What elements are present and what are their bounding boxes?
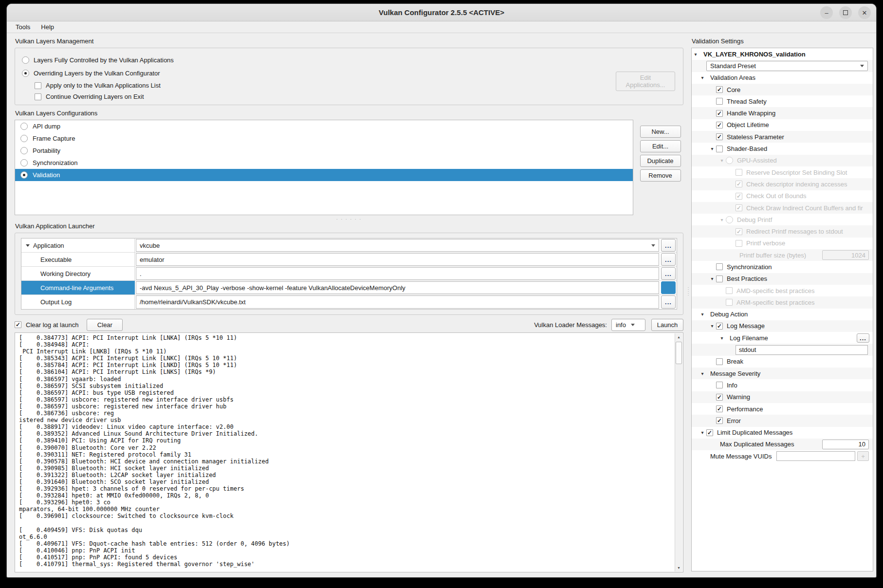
config-item[interactable]: Frame Capture (15, 132, 633, 145)
launcher-row[interactable]: Command-line Arguments-avd Nexus_5_API_3… (21, 281, 677, 295)
launcher-row-label-cell[interactable]: Executable (21, 253, 135, 266)
radio-override[interactable] (22, 70, 29, 77)
layers-config-list[interactable]: API dumpFrame CapturePortabilitySynchron… (15, 120, 633, 215)
apply-list-checkbox[interactable] (35, 82, 41, 89)
checkbox[interactable] (716, 110, 723, 117)
remove-button[interactable]: Remove (640, 169, 681, 182)
checkbox[interactable] (716, 263, 723, 270)
log-output-area[interactable]: [ 0.384773] ACPI: PCI Interrupt Link [LN… (15, 332, 683, 572)
horizontal-splitter-handle[interactable]: · · · · · · (15, 215, 683, 222)
launcher-row-label-cell[interactable]: Command-line Arguments (21, 281, 135, 294)
config-item-radio[interactable] (20, 159, 28, 166)
browse-button[interactable]: ... (661, 253, 676, 266)
expand-arrow-icon[interactable]: ▾ (708, 146, 716, 151)
launcher-field[interactable]: /home/rleinardi/VulkanSDK/vkcube.txt (136, 295, 659, 309)
menu-help[interactable]: Help (36, 22, 59, 32)
clear-button[interactable]: Clear (87, 319, 123, 331)
scroll-down-icon[interactable]: ▼ (675, 564, 682, 571)
radio-app-controlled[interactable] (22, 56, 29, 64)
expand-arrow-icon[interactable]: ▾ (708, 323, 716, 329)
expand-arrow-icon[interactable]: ▾ (699, 371, 706, 376)
log-scrollbar[interactable]: ▲ ▼ (675, 333, 682, 571)
check-row-apply-list[interactable]: Apply only to the Vulkan Applications Li… (35, 80, 676, 91)
expand-arrow-icon[interactable] (26, 244, 30, 247)
checkbox[interactable] (716, 358, 723, 365)
expand-arrow-icon[interactable]: ▾ (699, 430, 706, 435)
config-item[interactable]: Synchronization (15, 157, 633, 169)
checkbox[interactable] (716, 122, 723, 129)
log-filename-browse-button[interactable]: ... (857, 333, 869, 343)
launcher-row[interactable]: Working Directory.... (21, 267, 677, 281)
config-item-radio[interactable] (20, 147, 28, 154)
tree-row: Standard Preset (692, 60, 873, 72)
expand-arrow-icon[interactable]: ▾ (718, 217, 726, 222)
launcher-row-label-cell[interactable]: Application (21, 239, 135, 252)
menu-tools[interactable]: Tools (11, 22, 35, 32)
radio-row-override[interactable]: Overriding Layers by the Vulkan Configur… (22, 67, 676, 80)
scrollbar-thumb[interactable] (676, 342, 682, 364)
title-bar[interactable]: Vulkan Configurator 2.5.5 <ACTIVE> – ✕ (7, 4, 876, 21)
launcher-row[interactable]: Applicationvkcube... (21, 239, 677, 253)
config-item-radio[interactable] (20, 123, 28, 130)
checkbox[interactable] (716, 405, 723, 412)
tree-label: Object Lifetime (727, 121, 769, 129)
vertical-splitter-handle[interactable]: ····· (685, 286, 691, 296)
launcher-field-value: vkcube (140, 242, 160, 249)
config-item[interactable]: Validation (15, 169, 633, 181)
preset-select[interactable]: Standard Preset (706, 61, 868, 71)
checkbox[interactable] (716, 146, 723, 152)
checkbox[interactable] (716, 394, 723, 401)
launcher-row-label-cell[interactable]: Working Directory (21, 267, 135, 280)
browse-button[interactable]: ... (661, 267, 676, 280)
expand-arrow-icon[interactable]: ▾ (718, 158, 726, 163)
expand-arrow-icon[interactable]: ▾ (699, 75, 706, 80)
mute-message-vuids-input[interactable] (776, 451, 855, 461)
log-filename-input[interactable]: stdout (736, 345, 868, 355)
launcher-row-label-cell[interactable]: Output Log (21, 295, 135, 309)
close-button[interactable]: ✕ (858, 6, 871, 19)
minimize-button[interactable]: – (820, 6, 833, 19)
checkbox[interactable] (716, 276, 723, 282)
max-duplicated-messages-field[interactable]: 10 (822, 440, 869, 449)
checkbox[interactable] (716, 382, 723, 388)
maximize-button[interactable] (839, 6, 852, 19)
launch-button[interactable]: Launch (651, 319, 683, 331)
expand-arrow-icon[interactable]: ▾ (708, 276, 716, 281)
new-button[interactable]: New... (640, 126, 681, 138)
config-item-radio[interactable] (20, 171, 28, 179)
edit-button[interactable]: Edit... (640, 140, 681, 152)
config-item-radio[interactable] (20, 135, 28, 142)
check-row-continue-exit[interactable]: Continue Overriding Layers on Exit (35, 91, 676, 102)
config-buttons: New... Edit... Duplicate Remove (637, 120, 683, 182)
browse-button[interactable]: ... (661, 239, 676, 252)
checkbox[interactable] (716, 133, 723, 140)
close-icon: ✕ (862, 10, 867, 16)
tree-row: stdout (692, 344, 873, 355)
config-item[interactable]: API dump (15, 120, 633, 132)
config-item[interactable]: Portability (15, 145, 633, 157)
tree-row: ▾Shader-Based (692, 143, 873, 154)
launcher-field[interactable]: emulator (136, 253, 659, 266)
checkbox[interactable] (716, 98, 723, 105)
duplicate-button[interactable]: Duplicate (640, 155, 681, 167)
radio-row-app-controlled[interactable]: Layers Fully Controlled by the Vulkan Ap… (22, 54, 676, 67)
launcher-field[interactable]: -avd Nexus_5_API_30_Play -verbose -show-… (136, 281, 659, 294)
checkbox[interactable] (706, 429, 713, 436)
checkbox (736, 240, 742, 247)
expand-arrow-icon[interactable]: ▾ (718, 335, 726, 341)
expand-arrow-icon[interactable]: ▾ (692, 52, 699, 57)
checkbox[interactable] (716, 323, 723, 330)
launcher-field[interactable]: . (136, 267, 659, 280)
continue-exit-checkbox[interactable] (35, 93, 41, 100)
expand-arrow-icon[interactable]: ▾ (699, 312, 706, 317)
tree-row: Error (692, 415, 873, 426)
scroll-up-icon[interactable]: ▲ (675, 333, 682, 341)
clear-log-checkbox[interactable] (15, 321, 21, 328)
launcher-row[interactable]: Executableemulator... (21, 253, 677, 267)
launcher-field[interactable]: vkcube (136, 239, 659, 252)
checkbox[interactable] (716, 417, 723, 424)
checkbox[interactable] (716, 86, 723, 93)
loader-messages-select[interactable]: info (611, 319, 645, 331)
launcher-row[interactable]: Output Log/home/rleinardi/VulkanSDK/vkcu… (21, 295, 677, 309)
browse-button[interactable]: ... (661, 295, 676, 309)
